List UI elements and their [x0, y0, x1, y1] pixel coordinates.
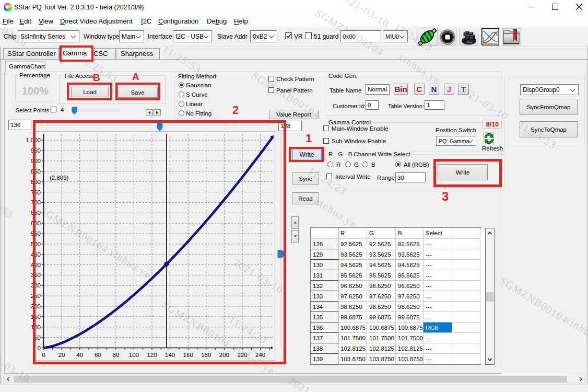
svg-text:REG: REG — [465, 40, 472, 43]
